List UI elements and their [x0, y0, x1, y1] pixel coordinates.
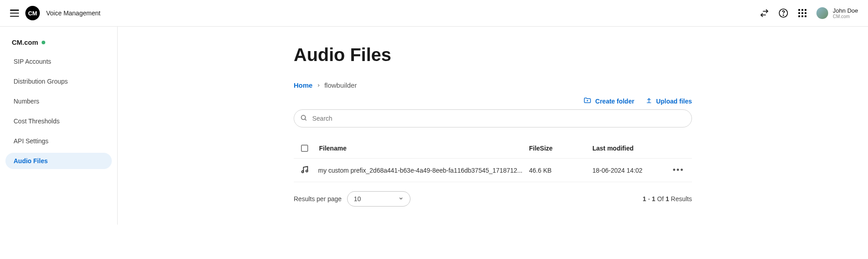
- table-header: Filename FileSize Last modified: [294, 138, 692, 158]
- svg-rect-10: [805, 15, 806, 17]
- breadcrumb-current: flowbuilder: [324, 81, 357, 89]
- sidebar-item-label: SIP Accounts: [14, 58, 51, 65]
- create-folder-label: Create folder: [595, 98, 634, 105]
- search-icon: [300, 114, 307, 123]
- search-input[interactable]: [294, 109, 692, 127]
- sidebar-item-sip-accounts[interactable]: SIP Accounts: [5, 53, 112, 70]
- col-header-lastmodified[interactable]: Last modified: [592, 145, 665, 152]
- results-label: Results: [671, 195, 692, 202]
- upload-icon: [645, 97, 653, 105]
- of-label: Of: [657, 195, 664, 202]
- svg-rect-8: [798, 15, 800, 17]
- search-wrap: [294, 109, 692, 127]
- header-left: CM Voice Management: [10, 6, 100, 20]
- chevron-down-icon: [398, 195, 404, 202]
- select-value: 10: [354, 195, 398, 202]
- svg-rect-4: [805, 9, 806, 11]
- app-title: Voice Management: [46, 9, 100, 17]
- chevron-right-icon: [316, 81, 321, 89]
- user-menu[interactable]: John Doe CM.com: [816, 7, 858, 19]
- range-end: 1: [652, 195, 655, 202]
- results-per-page-label: Results per page: [294, 195, 342, 202]
- user-text: John Doe CM.com: [833, 7, 858, 19]
- help-icon[interactable]: [778, 8, 788, 18]
- upload-files-label: Upload files: [656, 98, 692, 105]
- avatar: [816, 7, 828, 19]
- file-modified-cell: 18-06-2024 14:02: [592, 167, 665, 174]
- sidebar-item-audio-files[interactable]: Audio Files: [5, 153, 112, 169]
- pagination: Results per page 10 1 - 1 Of 1 Results: [294, 182, 692, 207]
- results-summary: 1 - 1 Of 1 Results: [643, 195, 692, 202]
- col-header-filename[interactable]: Filename: [319, 145, 529, 152]
- range-start: 1: [643, 195, 646, 202]
- sidebar-item-cost-thresholds[interactable]: Cost Thresholds: [5, 113, 112, 129]
- svg-rect-7: [805, 12, 806, 14]
- swap-icon[interactable]: [759, 8, 769, 18]
- table-row[interactable]: my custom prefix_2d68a441-b63e-4a49-8eeb…: [294, 158, 692, 182]
- breadcrumb: Home flowbuilder: [294, 81, 692, 89]
- svg-point-12: [302, 171, 304, 173]
- row-actions-icon[interactable]: •••: [673, 165, 684, 174]
- col-header-filesize[interactable]: FileSize: [529, 145, 592, 152]
- sidebar-item-distribution-groups[interactable]: Distribution Groups: [5, 73, 112, 89]
- breadcrumb-home[interactable]: Home: [294, 81, 313, 89]
- sidebar-item-label: Numbers: [14, 98, 39, 105]
- logo[interactable]: CM: [25, 6, 40, 20]
- actions-row: Create folder Upload files: [294, 96, 692, 106]
- sidebar-item-numbers[interactable]: Numbers: [5, 93, 112, 109]
- total: 1: [666, 195, 669, 202]
- select-all-checkbox[interactable]: [301, 145, 308, 152]
- results-per-page-select[interactable]: 10: [347, 191, 410, 207]
- sidebar-org[interactable]: CM.com: [5, 36, 112, 53]
- top-header: CM Voice Management: [0, 0, 868, 27]
- header-right: John Doe CM.com: [759, 7, 858, 19]
- hamburger-icon[interactable]: [10, 9, 19, 17]
- upload-files-button[interactable]: Upload files: [645, 96, 692, 106]
- apps-icon[interactable]: [797, 8, 807, 18]
- sidebar-item-label: Cost Thresholds: [14, 118, 60, 125]
- sidebar-org-label: CM.com: [12, 38, 38, 46]
- user-org: CM.com: [833, 14, 858, 19]
- svg-rect-2: [798, 9, 800, 11]
- svg-rect-6: [801, 12, 803, 14]
- svg-rect-3: [801, 9, 803, 11]
- svg-point-13: [306, 170, 308, 172]
- sidebar-item-api-settings[interactable]: API Settings: [5, 133, 112, 149]
- sidebar-item-label: API Settings: [14, 137, 48, 145]
- sidebar-item-label: Audio Files: [14, 157, 48, 165]
- status-dot-icon: [42, 41, 45, 44]
- create-folder-button[interactable]: Create folder: [583, 96, 634, 106]
- page-title: Audio Files: [294, 45, 692, 65]
- svg-rect-5: [798, 12, 800, 14]
- audio-file-icon: [300, 168, 309, 175]
- user-name: John Doe: [833, 7, 858, 14]
- svg-point-11: [301, 115, 305, 119]
- file-size-cell: 46.6 KB: [529, 167, 592, 174]
- sidebar-item-label: Distribution Groups: [14, 78, 68, 85]
- svg-point-1: [783, 15, 784, 15]
- sidebar: CM.com SIP Accounts Distribution Groups …: [0, 27, 118, 225]
- svg-rect-9: [801, 15, 803, 17]
- folder-plus-icon: [583, 96, 591, 106]
- main: Audio Files Home flowbuilder Create: [118, 27, 868, 225]
- file-name-cell: my custom prefix_2d68a441-b63e-4a49-8eeb…: [318, 167, 529, 174]
